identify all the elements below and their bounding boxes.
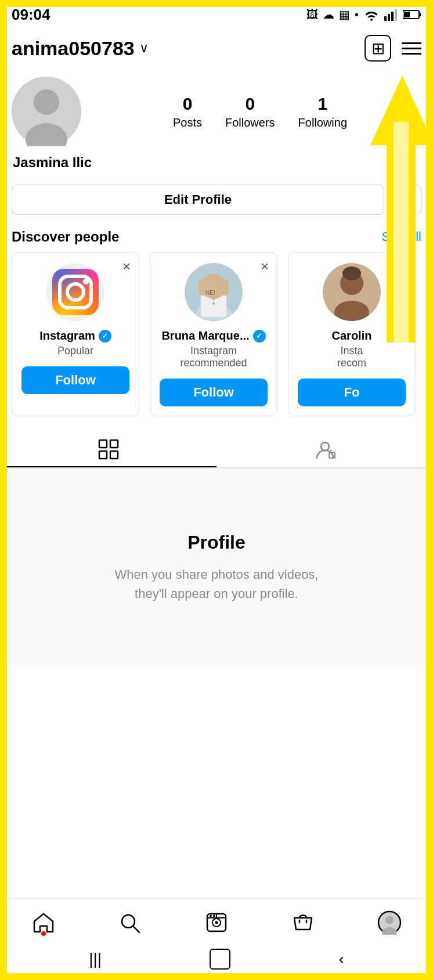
nav-shop-button[interactable] (286, 908, 320, 937)
bruna-avatar-bg: NEI (185, 263, 243, 321)
instagram-card-subtitle: Popular (57, 345, 93, 357)
tabs-row (0, 433, 433, 469)
menu-line-2 (402, 48, 421, 49)
carolin-card-name: Carolin (332, 329, 372, 343)
svg-point-36 (321, 442, 329, 451)
menu-button[interactable] (402, 42, 421, 55)
see-all-link[interactable]: See All (382, 229, 422, 244)
instagram-card-name-row: Instagram ✓ (39, 329, 111, 343)
svg-point-12 (34, 89, 59, 115)
posts-stat[interactable]: 0 Posts (173, 94, 202, 129)
instagram-avatar (46, 263, 104, 321)
username-label: anima050783 (12, 37, 135, 60)
svg-point-43 (215, 921, 218, 924)
bruna-avatar-svg: NEI (185, 263, 243, 321)
svg-rect-10 (419, 13, 421, 16)
grid-tab-icon (98, 439, 119, 460)
bruna-card-subtitle: Instagramrecommended (180, 345, 247, 369)
signal-icon (384, 8, 398, 21)
suggestion-card-instagram: × (12, 252, 139, 416)
instagram-card-name: Instagram (39, 329, 95, 343)
empty-profile-section: Profile When you share photos and videos… (0, 469, 433, 666)
carolin-avatar-svg (323, 263, 381, 321)
svg-rect-26 (217, 279, 229, 296)
avatar-svg (12, 77, 81, 146)
nav-reels-button[interactable] (199, 908, 234, 937)
bruna-card-name: Bruna Marque... (161, 329, 249, 343)
suggestions-scroll: × (0, 252, 433, 416)
username-dropdown-icon[interactable]: ∨ (139, 41, 149, 56)
svg-text:NEI: NEI (205, 290, 215, 296)
svg-point-18 (83, 279, 89, 284)
close-card-instagram[interactable]: × (122, 260, 131, 273)
avatar[interactable] (12, 77, 81, 146)
svg-point-46 (213, 915, 215, 917)
bruna-verified-badge: ✓ (253, 330, 266, 343)
nav-home-button[interactable] (26, 908, 61, 937)
discover-title: Discover people (12, 229, 119, 245)
gesture-back-icon: ‹ (339, 950, 344, 968)
dot-status-icon: • (355, 8, 359, 21)
follow-bruna-button[interactable]: Follow (160, 379, 268, 406)
svg-rect-33 (110, 440, 118, 448)
suggestion-card-bruna: × NEI (150, 252, 277, 416)
close-card-carolin[interactable]: × (399, 260, 407, 273)
shop-icon (292, 912, 314, 933)
svg-rect-5 (388, 14, 390, 21)
username-row[interactable]: anima050783 ∨ (12, 37, 149, 60)
carolin-avatar (323, 263, 381, 321)
battery-icon (403, 9, 421, 20)
image-status-icon: 🖼 (306, 8, 318, 21)
carolin-avatar-bg (323, 263, 381, 321)
following-count: 1 (317, 94, 327, 114)
home-notification-dot (41, 931, 46, 936)
tab-tagged[interactable] (217, 433, 433, 467)
header-actions: ⊞ (365, 35, 421, 62)
close-card-bruna[interactable]: × (261, 260, 269, 273)
followers-stat[interactable]: 0 Followers (225, 94, 275, 129)
empty-profile-title: Profile (187, 532, 246, 553)
svg-rect-7 (395, 9, 397, 21)
bottom-nav: ||| ‹ (0, 898, 433, 980)
chevron-down-icon: ∨ (402, 192, 411, 207)
svg-point-49 (385, 916, 394, 924)
svg-point-45 (210, 915, 212, 917)
carolin-card-subtitle: Instarecom (337, 345, 366, 369)
profile-nav-icon (377, 910, 402, 935)
bruna-card-name-row: Bruna Marque... ✓ (161, 329, 265, 343)
tab-grid[interactable] (0, 433, 217, 467)
nav-search-button[interactable] (113, 908, 147, 937)
plus-icon: ⊞ (371, 39, 385, 58)
instagram-verified-badge: ✓ (99, 330, 111, 343)
nav-bottom-bar: ||| ‹ (0, 943, 433, 980)
posts-count: 0 (183, 94, 193, 114)
gesture-square-icon (210, 949, 230, 970)
following-label: Following (298, 116, 347, 129)
follow-carolin-button[interactable]: Fo (298, 379, 406, 406)
menu-line-1 (402, 42, 421, 44)
bottom-spacer (0, 666, 433, 759)
svg-rect-35 (110, 451, 118, 459)
cloud-status-icon: ☁ (323, 8, 334, 21)
followers-count: 0 (245, 94, 255, 114)
followers-label: Followers (225, 116, 275, 129)
new-post-button[interactable]: ⊞ (365, 35, 391, 62)
following-stat[interactable]: 1 Following (298, 94, 347, 129)
verified-check-icon: ✓ (102, 332, 108, 340)
stats-row: 0 Posts 0 Followers 1 Following (99, 94, 421, 129)
nav-profile-button[interactable] (372, 908, 407, 937)
app-header: anima050783 ∨ ⊞ (0, 29, 433, 67)
svg-point-30 (342, 266, 361, 280)
svg-rect-32 (99, 440, 107, 448)
status-icons: 🖼 ☁ ▦ • (306, 8, 421, 21)
svg-rect-34 (99, 451, 107, 459)
profile-chevron-button[interactable]: ∨ (391, 185, 421, 215)
bruna-verified-check-icon: ✓ (256, 332, 262, 340)
edit-profile-button[interactable]: Edit Profile (12, 185, 384, 215)
bruna-avatar: NEI (185, 263, 243, 321)
svg-line-40 (133, 926, 139, 932)
menu-line-3 (402, 53, 421, 55)
carolin-card-name-row: Carolin (332, 329, 372, 343)
reels-icon (205, 912, 228, 933)
follow-instagram-button[interactable]: Follow (21, 366, 129, 394)
